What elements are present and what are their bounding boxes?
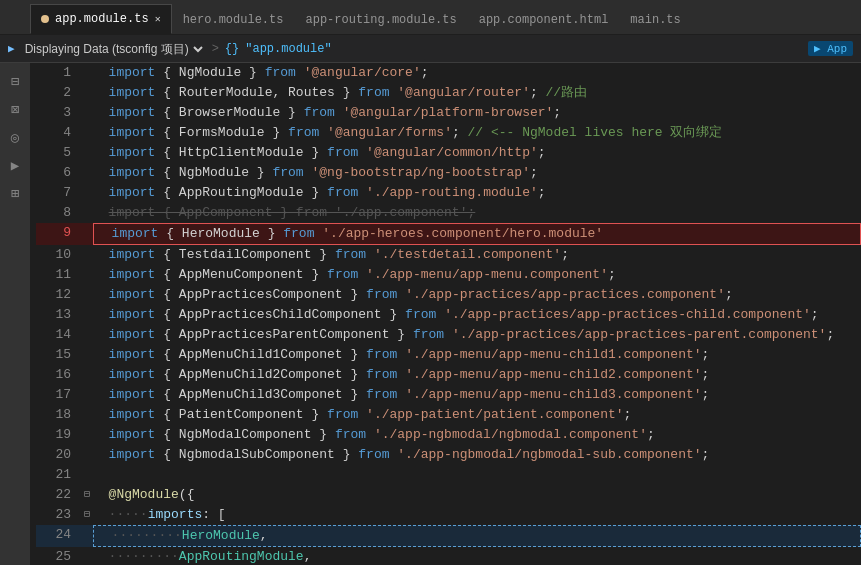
activity-search[interactable]: ⊠ xyxy=(3,97,27,121)
tab-label-hero-module: hero.module.ts xyxy=(183,13,284,27)
code-line-3: 3 import { BrowserModule } from '@angula… xyxy=(36,103,861,123)
code-line-16: 16 import { AppMenuChild2Componet } from… xyxy=(36,365,861,385)
code-line-12: 12 import { AppPracticesComponent } from… xyxy=(36,285,861,305)
activity-git[interactable]: ◎ xyxy=(3,125,27,149)
code-line-13: 13 import { AppPracticesChildComponent }… xyxy=(36,305,861,325)
code-line-18: 18 import { PatientComponent } from './a… xyxy=(36,405,861,425)
breadcrumb-symbol-type: {} xyxy=(225,42,239,56)
tab-close-app-module[interactable]: ✕ xyxy=(155,13,161,25)
breadcrumb-app-badge: ▶ App xyxy=(808,41,853,56)
code-line-19: 19 import { NgbModalComponent } from './… xyxy=(36,425,861,445)
code-line-15: 15 import { AppMenuChild1Componet } from… xyxy=(36,345,861,365)
code-line-25: 25 ·········AppRoutingModule, xyxy=(36,547,861,565)
breadcrumb-project-select[interactable]: Displaying Data (tsconfig 项目) xyxy=(21,41,206,57)
tab-app-module[interactable]: app.module.ts ✕ xyxy=(30,4,172,34)
activity-extensions[interactable]: ⊞ xyxy=(3,181,27,205)
activity-explorer[interactable]: ⊟ xyxy=(3,69,27,93)
code-line-23: 23 ⊟ ·····imports: [ xyxy=(36,505,861,525)
code-line-6: 6 import { NgbModule } from '@ng-bootstr… xyxy=(36,163,861,183)
code-line-11: 11 import { AppMenuComponent } from './a… xyxy=(36,265,861,285)
code-line-24: 24 ·········HeroModule, xyxy=(36,525,861,547)
tab-label-app-module: app.module.ts xyxy=(55,12,149,26)
breadcrumb-symbol-name: "app.module" xyxy=(245,42,331,56)
tab-app-component[interactable]: app.component.html xyxy=(468,4,620,34)
code-line-10: 10 import { TestdailComponent } from './… xyxy=(36,245,861,265)
modified-dot xyxy=(41,15,49,23)
code-line-7: 7 import { AppRoutingModule } from './ap… xyxy=(36,183,861,203)
tab-hero-module[interactable]: hero.module.ts xyxy=(172,4,295,34)
breadcrumb-right: ▶ App xyxy=(808,41,853,56)
code-line-2: 2 import { RouterModule, Routes } from '… xyxy=(36,83,861,103)
breadcrumb-sep: > xyxy=(212,42,219,56)
tab-main[interactable]: main.ts xyxy=(619,4,691,34)
code-line-20: 20 import { NgbmodalSubComponent } from … xyxy=(36,445,861,465)
tab-label-app-routing: app-routing.module.ts xyxy=(305,13,456,27)
editor-container: ⊟ ⊠ ◎ ▶ ⊞ 1 import { NgModule } from '@a… xyxy=(0,63,861,565)
code-line-4: 4 import { FormsModule } from '@angular/… xyxy=(36,123,861,143)
activity-debug[interactable]: ▶ xyxy=(3,153,27,177)
tab-label-app-component: app.component.html xyxy=(479,13,609,27)
code-line-17: 17 import { AppMenuChild3Componet } from… xyxy=(36,385,861,405)
code-line-22: 22 ⊟ @NgModule({ xyxy=(36,485,861,505)
code-line-1: 1 import { NgModule } from '@angular/cor… xyxy=(36,63,861,83)
code-line-9: 9 import { HeroModule } from './app-hero… xyxy=(36,223,861,245)
tab-label-main: main.ts xyxy=(630,13,680,27)
code-line-8: 8 import { AppComponent } from './app.co… xyxy=(36,203,861,223)
code-editor[interactable]: 1 import { NgModule } from '@angular/cor… xyxy=(30,63,861,565)
code-line-14: 14 import { AppPracticesParentComponent … xyxy=(36,325,861,345)
breadcrumb-icon: ▶ xyxy=(8,42,15,55)
breadcrumb-bar: ▶ Displaying Data (tsconfig 项目) > {} "ap… xyxy=(0,35,861,63)
tab-bar: app.module.ts ✕ hero.module.ts app-routi… xyxy=(0,0,861,35)
code-line-21: 21 xyxy=(36,465,861,485)
tab-app-routing[interactable]: app-routing.module.ts xyxy=(294,4,467,34)
code-line-5: 5 import { HttpClientModule } from '@ang… xyxy=(36,143,861,163)
activity-bar: ⊟ ⊠ ◎ ▶ ⊞ xyxy=(0,63,30,565)
